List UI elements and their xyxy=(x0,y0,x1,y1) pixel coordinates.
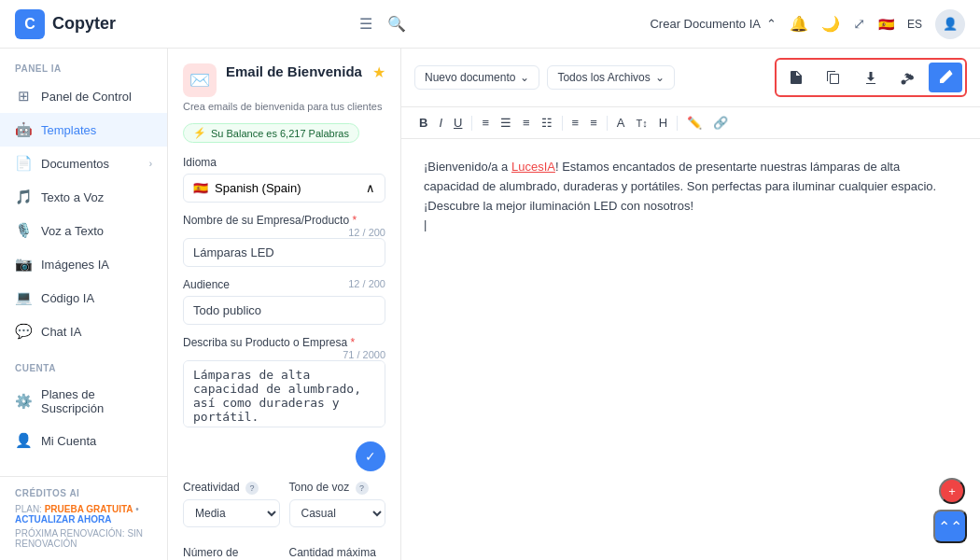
justify-button[interactable]: ☷ xyxy=(537,113,557,133)
tono-section: Tono de voz ? Casual xyxy=(289,481,386,527)
audience-section: Audience 12 / 200 xyxy=(183,278,385,325)
tono-select[interactable]: Casual xyxy=(289,499,386,527)
sidebar-label-documentos: Documentos xyxy=(41,157,109,171)
doc-action-buttons xyxy=(775,58,967,97)
line-height-button[interactable]: T↕ xyxy=(631,115,651,132)
tono-label: Tono de voz ? xyxy=(289,481,386,495)
font-color-button[interactable]: A xyxy=(612,113,630,133)
search-icon[interactable]: 🔍 xyxy=(387,15,406,33)
sidebar-label-voz-texto: Voz a Texto xyxy=(41,224,104,238)
notification-float-button[interactable]: + xyxy=(939,478,965,504)
sidebar-item-voz-texto[interactable]: 🎙️ Voz a Texto xyxy=(0,214,167,247)
luces-ia-link[interactable]: LucesIA xyxy=(511,160,555,174)
chevron-right-icon: › xyxy=(149,159,152,169)
renovacion-text: PRÓXIMA RENOVACIÓN: SIN RENOVACIÓN xyxy=(15,528,152,549)
sidebar-label-panel: Panel de Control xyxy=(41,90,132,104)
sidebar-item-documentos[interactable]: 📄 Documentos › xyxy=(0,147,167,180)
sidebar: PANEL IA ⊞ Panel de Control 🤖 Templates … xyxy=(0,49,168,560)
sidebar-item-texto-voz[interactable]: 🎵 Texto a Voz xyxy=(0,180,167,214)
resultados-row: Número de resultados Cantidad máxima por… xyxy=(183,546,385,560)
edit-doc-button[interactable] xyxy=(929,63,962,92)
star-icon[interactable]: ★ xyxy=(372,63,385,81)
align-left-button[interactable]: ≡ xyxy=(477,113,494,133)
creatividad-select[interactable]: Media xyxy=(183,499,280,527)
actualizar-link[interactable]: ACTUALIZAR AHORA xyxy=(15,514,112,525)
chevron-down-file: ⌄ xyxy=(655,71,665,84)
link-button[interactable]: 🔗 xyxy=(708,113,733,133)
heading-button[interactable]: H xyxy=(654,113,672,133)
right-toolbar: Nuevo documento ⌄ Todos los Archivos ⌄ xyxy=(401,49,980,107)
italic-button[interactable]: I xyxy=(434,113,447,133)
editor-content: ¡Bienvenido/a a LucesIA! Estamos encanta… xyxy=(424,158,958,235)
sidebar-item-templates[interactable]: 🤖 Templates xyxy=(0,113,167,147)
user-avatar[interactable]: 👤 xyxy=(935,9,965,39)
generate-button[interactable]: ✓ xyxy=(356,441,385,471)
creditos-label: CRÉDITOS AI xyxy=(15,488,152,504)
editor-area[interactable]: ¡Bienvenido/a a LucesIA! Estamos encanta… xyxy=(401,139,980,560)
language-select[interactable]: 🇪🇸 Spanish (Spain) ∧ xyxy=(183,174,385,203)
new-doc-button[interactable] xyxy=(779,63,813,92)
chevron-up-float-icon: ⌃⌃ xyxy=(938,518,962,536)
underline-button[interactable]: U xyxy=(449,113,467,133)
brush-button[interactable]: ✏️ xyxy=(682,113,707,133)
lang-code: ES xyxy=(907,18,922,31)
align-center-button[interactable]: ☰ xyxy=(496,113,516,133)
todos-archivos-selector[interactable]: Todos los Archivos ⌄ xyxy=(547,65,674,90)
download-button[interactable] xyxy=(854,63,888,92)
bell-icon[interactable]: 🔔 xyxy=(790,15,808,33)
balance-text: Su Balance es 6,217 Palabras xyxy=(211,128,349,139)
audience-input[interactable] xyxy=(183,296,385,325)
moon-icon[interactable]: 🌙 xyxy=(821,15,840,33)
nav-right: Crear Documento IA ⌃ 🔔 🌙 ⤢ 🇪🇸 ES 👤 xyxy=(650,9,965,39)
spain-flag: 🇪🇸 xyxy=(193,181,208,195)
chat-icon: 💬 xyxy=(15,323,32,340)
empresa-section: Nombre de su Empresa/Producto * 12 / 200 xyxy=(183,214,385,267)
bold-button[interactable]: B xyxy=(414,113,432,133)
sidebar-item-chat[interactable]: 💬 Chat IA xyxy=(0,315,167,348)
tono-info-icon[interactable]: ? xyxy=(356,482,369,495)
camera-icon: 📷 xyxy=(15,256,32,273)
nuevo-documento-selector[interactable]: Nuevo documento ⌄ xyxy=(414,65,539,90)
sep2 xyxy=(562,116,563,131)
cantidad-max-section: Cantidad máxima por resultado xyxy=(289,546,386,560)
content-area: ✉️ Email de Bienvenida ★ Crea emails de … xyxy=(168,49,980,560)
sidebar-item-mi-cuenta[interactable]: 👤 Mi Cuenta xyxy=(0,424,167,457)
editor-toolbar: B I U ≡ ☰ ≡ ☷ ≡ ≡ A T↕ H ✏️ 🔗 xyxy=(401,107,980,139)
chevron-down-icon: ∧ xyxy=(366,181,375,195)
template-icon: ✉️ xyxy=(183,63,217,97)
empresa-input[interactable] xyxy=(183,238,385,267)
chevron-down-doc: ⌄ xyxy=(520,71,529,84)
sidebar-bottom: CRÉDITOS AI PLAN: PRUEBA GRATUITA • ACTU… xyxy=(0,476,167,560)
crear-documento-button[interactable]: Crear Documento IA ⌃ xyxy=(650,17,777,31)
ordered-list-button[interactable]: ≡ xyxy=(567,113,584,133)
right-panel: Nuevo documento ⌄ Todos los Archivos ⌄ xyxy=(401,49,980,560)
unordered-list-button[interactable]: ≡ xyxy=(585,113,602,133)
align-right-button[interactable]: ≡ xyxy=(518,113,535,133)
sidebar-label-chat: Chat IA xyxy=(41,325,81,339)
sidebar-item-planes[interactable]: ⚙️ Planes de Suscripción xyxy=(0,379,167,424)
descripcion-count: 71 / 2000 xyxy=(343,349,385,360)
nav-icons: ☰ 🔍 xyxy=(359,15,406,33)
num-resultados-label: Número de resultados xyxy=(183,546,280,560)
chevron-up-icon: ⌃ xyxy=(766,17,777,31)
plan-text: PLAN: PRUEBA GRATUITA • ACTUALIZAR AHORA xyxy=(15,504,152,525)
scroll-top-button[interactable]: ⌃⌃ xyxy=(933,510,967,543)
menu-icon[interactable]: ☰ xyxy=(359,15,372,33)
main-layout: PANEL IA ⊞ Panel de Control 🤖 Templates … xyxy=(0,49,980,560)
copy-doc-button[interactable] xyxy=(817,63,850,92)
logo-area: C Copyter xyxy=(15,9,116,39)
template-header: ✉️ Email de Bienvenida ★ xyxy=(183,63,385,97)
creatividad-info-icon[interactable]: ? xyxy=(245,482,259,495)
descripcion-textarea[interactable]: Lámparas de alta capacidad de alumbrado,… xyxy=(183,360,385,427)
logo-text: Copyter xyxy=(52,14,116,34)
sidebar-item-codigo[interactable]: 💻 Código IA xyxy=(0,281,167,315)
sidebar-item-panel-control[interactable]: ⊞ Panel de Control xyxy=(0,79,167,113)
expand-icon[interactable]: ⤢ xyxy=(853,15,865,33)
req-star2: * xyxy=(350,336,355,349)
creatividad-tono-row: Creatividad ? Media Tono de voz ? Casual xyxy=(183,481,385,539)
share-button[interactable] xyxy=(891,63,925,92)
plan-link[interactable]: PRUEBA GRATUITA xyxy=(45,504,133,514)
sidebar-item-imagenes[interactable]: 📷 Imágenes IA xyxy=(0,247,167,281)
audience-count: 12 / 200 xyxy=(348,278,385,289)
sidebar-label-texto-voz: Texto a Voz xyxy=(41,190,104,204)
